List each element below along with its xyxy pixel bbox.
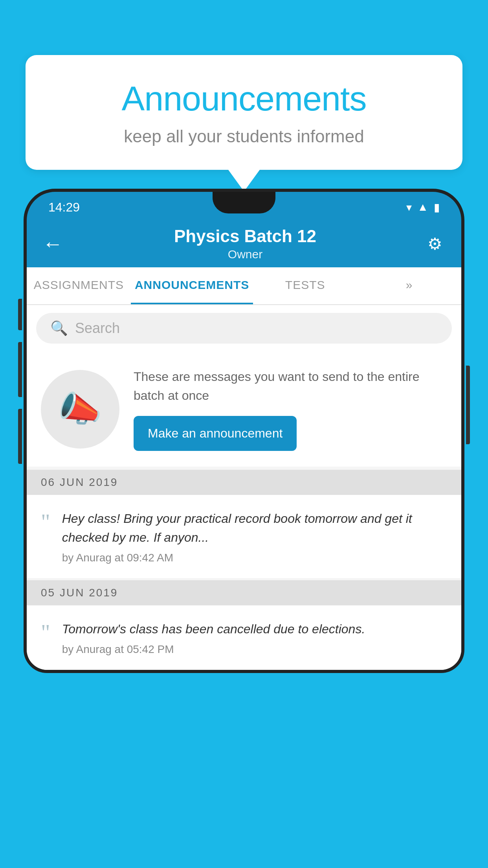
date-separator-1: 06 JUN 2019 [27,470,461,495]
phone-side-button-right [466,366,470,444]
speech-bubble-arrow [228,170,260,191]
megaphone-icon: 📣 [58,388,102,430]
speech-bubble-section: Announcements keep all your students inf… [26,55,462,191]
tab-assignments[interactable]: ASSIGNMENTS [27,267,131,304]
search-icon: 🔍 [50,320,68,337]
announcement-text-2: Tomorrow's class has been cancelled due … [62,620,447,638]
phone-wrapper: 14:29 ▾ ▲ ▮ ← Physics Batch 12 Owner ⚙ A… [24,189,464,868]
announcement-item-2[interactable]: " Tomorrow's class has been cancelled du… [27,605,461,670]
phone-side-button-3 [18,409,22,464]
phone-side-button-1 [18,299,22,330]
battery-icon: ▮ [434,201,440,214]
tab-tests[interactable]: TESTS [253,267,357,304]
prompt-description: These are messages you want to send to t… [134,367,447,405]
announcement-prompt: 📣 These are messages you want to send to… [27,351,461,467]
content-area: 🔍 Search 📣 These are messages you want t… [27,305,461,670]
settings-button[interactable]: ⚙ [427,234,442,254]
search-placeholder: Search [75,320,120,337]
tab-announcements[interactable]: ANNOUNCEMENTS [131,267,253,304]
batch-title: Physics Batch 12 [63,226,427,246]
prompt-right: These are messages you want to send to t… [134,367,447,451]
quote-icon-2: " [41,621,50,644]
tabs-bar: ASSIGNMENTS ANNOUNCEMENTS TESTS » [27,267,461,305]
date-separator-2: 05 JUN 2019 [27,580,461,605]
signal-icon: ▲ [417,201,428,213]
speech-bubble-subtitle: keep all your students informed [57,127,431,146]
status-icons: ▾ ▲ ▮ [406,201,440,214]
announcement-text-1: Hey class! Bring your practical record b… [62,509,447,547]
announcement-meta-2: by Anurag at 05:42 PM [62,643,447,656]
batch-role: Owner [63,248,427,261]
phone-side-button-2 [18,342,22,397]
announcement-content-2: Tomorrow's class has been cancelled due … [62,620,447,656]
search-bar-wrapper: 🔍 Search [27,305,461,351]
tab-more[interactable]: » [357,267,461,304]
speech-bubble: Announcements keep all your students inf… [26,55,462,170]
wifi-icon: ▾ [406,201,412,214]
phone-frame: 14:29 ▾ ▲ ▮ ← Physics Batch 12 Owner ⚙ A… [24,189,464,673]
date-label-1: 06 JUN 2019 [41,476,118,488]
header-center: Physics Batch 12 Owner [63,226,427,261]
search-bar[interactable]: 🔍 Search [36,313,452,344]
make-announcement-button[interactable]: Make an announcement [134,416,297,451]
phone-notch [213,192,275,213]
date-label-2: 05 JUN 2019 [41,587,118,599]
status-time: 14:29 [48,200,80,215]
quote-icon-1: " [41,511,50,533]
announcement-meta-1: by Anurag at 09:42 AM [62,552,447,564]
megaphone-circle: 📣 [41,370,119,449]
announcement-item-1[interactable]: " Hey class! Bring your practical record… [27,495,461,579]
back-button[interactable]: ← [42,232,63,256]
speech-bubble-title: Announcements [57,79,431,119]
app-header: ← Physics Batch 12 Owner ⚙ [27,220,461,267]
announcement-content-1: Hey class! Bring your practical record b… [62,509,447,564]
